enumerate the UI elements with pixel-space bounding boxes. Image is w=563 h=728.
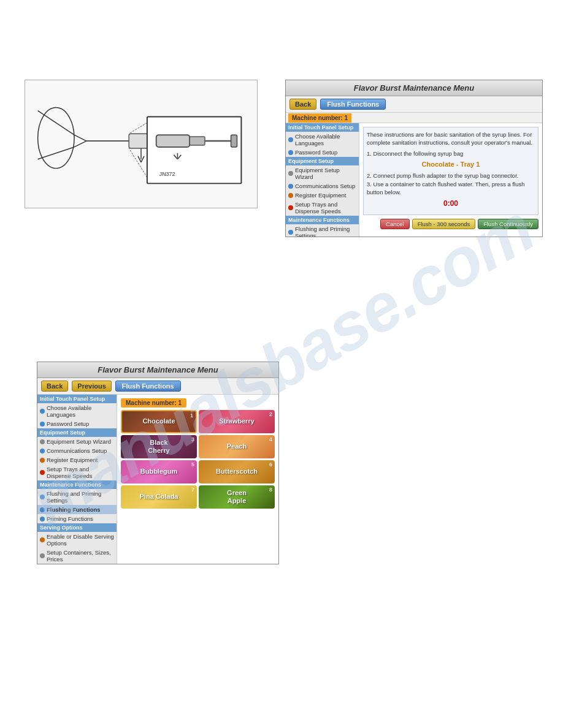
tray-num-2: 2 bbox=[269, 411, 272, 417]
svg-rect-13 bbox=[190, 137, 205, 145]
bottom-sidebar-section-equipment: Equipment Setup bbox=[37, 428, 117, 437]
bottom-sidebar-item-flushing-fn[interactable]: Flushing Functions bbox=[37, 505, 117, 514]
dot-icon bbox=[288, 137, 293, 142]
bottom-panel-toolbar: Back Previous Flush Functions bbox=[37, 378, 278, 395]
flush-functions-button-top[interactable]: Flush Functions bbox=[320, 99, 386, 110]
tray-num-3: 3 bbox=[191, 436, 194, 442]
flavor-tile-green-apple[interactable]: GreenApple 8 bbox=[199, 485, 275, 509]
bottom-content-right: Machine number: 1 Chocolate 1 Strawberry… bbox=[117, 395, 278, 564]
flavor-tile-peach[interactable]: Peach 4 bbox=[199, 435, 275, 458]
flush-continuously-button[interactable]: Flush Continuously bbox=[478, 219, 538, 229]
tray-num-7: 7 bbox=[191, 487, 194, 493]
diagram-svg: JN372 bbox=[25, 80, 257, 208]
flavor-name-peach: Peach bbox=[227, 442, 247, 450]
instruction-line3: 2. Connect pump flush adapter to the syr… bbox=[367, 172, 535, 180]
svg-text:JN372: JN372 bbox=[159, 171, 175, 177]
sidebar-item-comms[interactable]: Communications Setup bbox=[286, 181, 359, 191]
dot-icon bbox=[288, 193, 293, 198]
bottom-sidebar-item-containers[interactable]: Setup Containers, Sizes, Prices bbox=[37, 548, 117, 564]
bottom-sidebar-item-password[interactable]: Password Setup bbox=[37, 419, 117, 428]
bottom-panel-title: Flavor Burst Maintenance Menu bbox=[98, 365, 218, 374]
instruction-line4: 3. Use a container to catch flushed wate… bbox=[367, 180, 535, 197]
sidebar-item-password[interactable]: Password Setup bbox=[286, 148, 359, 157]
sidebar-section-equipment: Equipment Setup bbox=[286, 157, 359, 165]
dot-icon bbox=[288, 150, 293, 155]
instruction-line1: These instructions are for basic sanitat… bbox=[367, 131, 535, 147]
dot-icon bbox=[40, 495, 45, 499]
instruction-line2: 1. Disconnect the following syrup bag bbox=[367, 150, 535, 157]
bottom-sidebar: Initial Touch Panel Setup Choose Availab… bbox=[37, 395, 117, 564]
flavor-highlight: Chocolate - Tray 1 bbox=[367, 160, 535, 169]
flavor-tile-pina-colada[interactable]: Pina Colada 7 bbox=[121, 485, 197, 509]
dot-icon bbox=[40, 409, 45, 414]
flavor-name-strawberry: Strawberry bbox=[219, 417, 254, 425]
dot-icon bbox=[40, 470, 45, 475]
bottom-panel-header: Flavor Burst Maintenance Menu bbox=[37, 362, 278, 378]
sidebar-section-initial: Initial Touch Panel Setup bbox=[286, 123, 359, 132]
top-panel-header: Flavor Burst Maintenance Menu bbox=[286, 80, 542, 96]
tray-num-8: 8 bbox=[269, 487, 272, 493]
bottom-sidebar-item-enable-serving[interactable]: Enable or Disable Serving Options bbox=[37, 532, 117, 548]
dot-icon bbox=[40, 507, 45, 512]
dot-icon bbox=[40, 537, 45, 542]
top-content-right: These instructions are for basic sanitat… bbox=[359, 123, 542, 237]
bottom-sidebar-item-flushing-settings[interactable]: Flushing and Priming Settings bbox=[37, 489, 117, 505]
dot-icon bbox=[40, 458, 45, 463]
bottom-sidebar-section-maintenance: Maintenance Functions bbox=[37, 480, 117, 489]
top-panel-body: Initial Touch Panel Setup Choose Availab… bbox=[286, 123, 542, 237]
flush-300-button[interactable]: Flush - 300 seconds bbox=[412, 219, 476, 229]
top-panel-title: Flavor Burst Maintenance Menu bbox=[354, 83, 474, 93]
dot-icon bbox=[40, 449, 45, 453]
flavor-tile-chocolate[interactable]: Chocolate 1 bbox=[121, 410, 197, 433]
back-button-top[interactable]: Back bbox=[289, 99, 316, 110]
bottom-sidebar-section-initial: Initial Touch Panel Setup bbox=[37, 395, 117, 403]
bottom-panel-body: Initial Touch Panel Setup Choose Availab… bbox=[37, 395, 278, 564]
svg-rect-12 bbox=[156, 135, 190, 147]
flavor-tile-bubblegum[interactable]: Bubblegum 5 bbox=[121, 460, 197, 483]
instruction-box: These instructions are for basic sanitat… bbox=[363, 127, 538, 215]
sidebar-item-flushing-settings[interactable]: Flushing and Priming Settings bbox=[286, 224, 359, 237]
sidebar-item-trays[interactable]: Setup Trays and Dispense Speeds bbox=[286, 200, 359, 216]
flush-functions-button-bottom[interactable]: Flush Functions bbox=[115, 381, 181, 392]
bottom-sidebar-item-comms[interactable]: Communications Setup bbox=[37, 446, 117, 455]
flavor-name-green-apple: GreenApple bbox=[227, 489, 247, 505]
flavor-tile-black-cherry[interactable]: BlackCherry 3 bbox=[121, 435, 197, 458]
flavor-name-butterscotch: Butterscotch bbox=[216, 468, 258, 476]
top-sidebar: Initial Touch Panel Setup Choose Availab… bbox=[286, 123, 359, 237]
bottom-sidebar-item-register[interactable]: Register Equipment bbox=[37, 455, 117, 464]
sidebar-item-languages[interactable]: Choose Available Languages bbox=[286, 132, 359, 148]
flavor-name-bubblegum: Bubblegum bbox=[140, 468, 178, 476]
previous-button-bottom[interactable]: Previous bbox=[72, 381, 111, 392]
flavor-name-chocolate: Chocolate bbox=[142, 417, 175, 425]
tray-num-6: 6 bbox=[269, 461, 272, 468]
flavor-name-pina-colada: Pina Colada bbox=[140, 493, 178, 501]
dot-icon bbox=[40, 553, 45, 558]
flavor-tile-strawberry[interactable]: Strawberry 2 bbox=[199, 410, 275, 433]
svg-rect-15 bbox=[231, 135, 237, 147]
tray-num-4: 4 bbox=[269, 436, 272, 442]
bottom-sidebar-item-priming[interactable]: Priming Functions bbox=[37, 514, 117, 523]
cancel-button[interactable]: Cancel bbox=[380, 219, 410, 229]
dot-icon bbox=[288, 184, 293, 189]
panel-bottom: Flavor Burst Maintenance Menu Back Previ… bbox=[37, 362, 279, 564]
flavor-tile-butterscotch[interactable]: Butterscotch 6 bbox=[199, 460, 275, 483]
timer-display: 0:00 bbox=[367, 199, 535, 209]
flavor-name-black-cherry: BlackCherry bbox=[148, 439, 169, 455]
top-panel-toolbar: Back Flush Functions bbox=[286, 96, 542, 113]
back-button-bottom[interactable]: Back bbox=[41, 381, 68, 392]
panel-top: Flavor Burst Maintenance Menu Back Flush… bbox=[285, 80, 543, 237]
bottom-sidebar-item-trays[interactable]: Setup Trays and Dispense Speeds bbox=[37, 464, 117, 480]
sidebar-section-maintenance: Maintenance Functions bbox=[286, 216, 359, 224]
bottom-sidebar-item-setup-wizard[interactable]: Equipment Setup Wizard bbox=[37, 437, 117, 446]
tray-num-5: 5 bbox=[191, 461, 194, 468]
diagram-area: JN372 bbox=[25, 80, 258, 208]
sidebar-item-register[interactable]: Register Equipment bbox=[286, 191, 359, 200]
bottom-sidebar-item-languages[interactable]: Choose Available Languages bbox=[37, 403, 117, 419]
machine-number-top: Machine number: 1 bbox=[288, 113, 351, 123]
machine-number-bottom: Machine number: 1 bbox=[121, 398, 186, 408]
dot-icon bbox=[40, 439, 45, 444]
dot-icon bbox=[40, 517, 45, 521]
dot-icon bbox=[288, 171, 293, 176]
dot-icon bbox=[40, 422, 45, 427]
sidebar-item-setup-wizard[interactable]: Equipment Setup Wizard bbox=[286, 165, 359, 181]
